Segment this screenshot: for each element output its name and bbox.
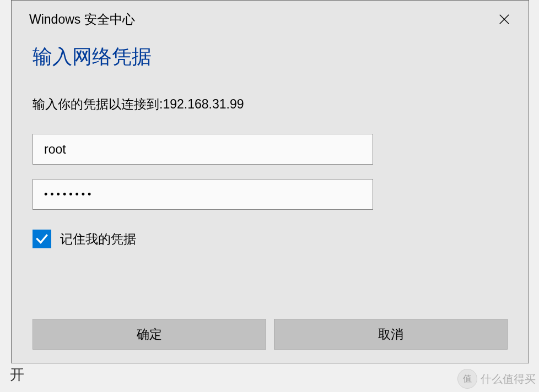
close-button[interactable]: [493, 8, 515, 30]
cancel-button[interactable]: 取消: [274, 319, 508, 350]
credentials-form: [12, 118, 529, 210]
title-bar: Windows 安全中心: [12, 1, 529, 35]
ok-button[interactable]: 确定: [33, 319, 266, 350]
remember-checkbox[interactable]: [33, 230, 51, 248]
username-input[interactable]: [33, 134, 373, 165]
button-row: 确定 取消: [33, 319, 508, 350]
remember-label: 记住我的凭据: [60, 231, 136, 248]
window-title: Windows 安全中心: [29, 11, 135, 28]
credentials-dialog: Windows 安全中心 输入网络凭据 输入你的凭据以连接到:192.168.3…: [11, 0, 529, 363]
close-icon: [498, 13, 510, 25]
remember-checkbox-row: 记住我的凭据: [12, 224, 529, 248]
background-text-fragment: 开: [10, 365, 24, 384]
dialog-heading: 输入网络凭据: [12, 35, 529, 76]
password-input[interactable]: [33, 179, 373, 210]
watermark: 值 什么值得买: [457, 369, 536, 389]
instruction-text: 输入你的凭据以连接到:192.168.31.99: [12, 76, 529, 118]
checkmark-icon: [35, 232, 49, 246]
watermark-text: 什么值得买: [481, 372, 536, 386]
watermark-badge-icon: 值: [457, 369, 477, 389]
